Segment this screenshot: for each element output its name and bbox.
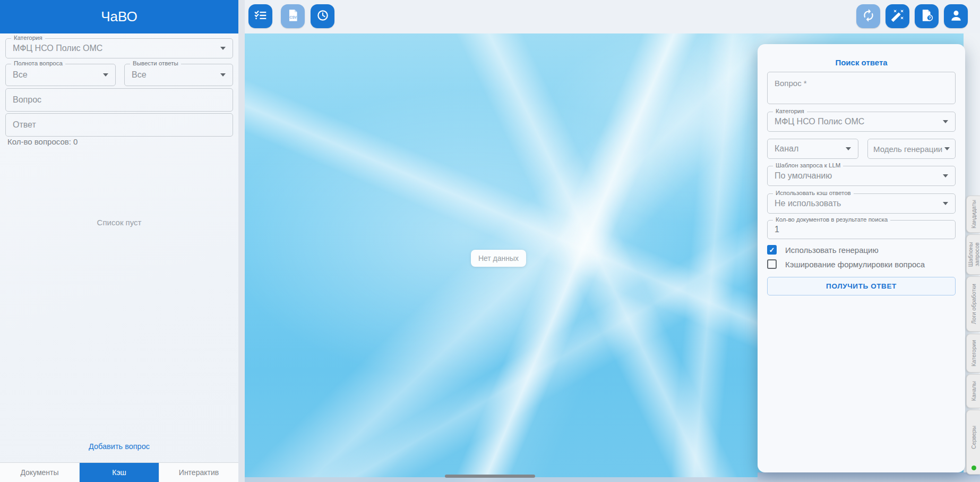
use-generation-checkbox[interactable]: ✓ Использовать генерацию [767, 245, 879, 255]
svg-text:CSV: CSV [289, 15, 297, 19]
no-data-chip: Нет данных [471, 250, 526, 267]
panel-category-select[interactable]: Категория МФЦ НСО Полис ОМС [767, 112, 956, 132]
right-tab-categories[interactable]: Категории [966, 334, 980, 373]
show-answers-select[interactable]: Вывести ответы Все [124, 64, 233, 86]
clock-icon [316, 9, 330, 24]
person-icon [949, 9, 963, 24]
app-header: ЧаВО [0, 0, 238, 33]
llm-template-select[interactable]: Шаблон запроса к LLM По умолчанию [767, 166, 956, 186]
answer-filter-input[interactable] [6, 114, 233, 136]
doc-count-field: Кол-во документов в результате поиска [767, 220, 956, 239]
panel-title: Поиск ответа [758, 58, 965, 67]
use-generation-label: Использовать генерацию [785, 246, 879, 255]
chevron-down-icon [220, 47, 226, 50]
right-tab-servers[interactable]: Серверы [966, 410, 980, 475]
right-tab-request-templates[interactable]: Шаблоны запросов [966, 234, 980, 275]
question-count: Кол-во вопросов: 0 [7, 137, 78, 146]
right-tab-channels[interactable]: Каналы [966, 374, 980, 408]
tab-interactive[interactable]: Интерактив [159, 463, 238, 482]
chevron-down-icon [943, 120, 948, 123]
history-button[interactable] [311, 4, 334, 28]
search-question-textarea[interactable] [768, 72, 955, 104]
question-filter-input[interactable] [6, 89, 233, 111]
candidates-list-button[interactable] [248, 4, 272, 28]
doc-count-input[interactable] [768, 221, 955, 239]
server-status-dot [972, 466, 976, 470]
doc-count-label: Кол-во документов в результате поиска [773, 216, 890, 223]
generation-model-select[interactable]: Модель генерации [867, 139, 956, 159]
checkbox-checked-icon: ✓ [767, 245, 777, 255]
magic-generate-button[interactable] [886, 4, 909, 28]
show-answers-value: Все [132, 70, 147, 80]
chevron-down-icon [846, 147, 851, 150]
channel-select[interactable]: Канал [767, 139, 858, 159]
answer-search-panel: Поиск ответа Категория МФЦ НСО Полис ОМС… [758, 44, 965, 472]
category-value: МФЦ НСО Полис ОМС [13, 44, 102, 53]
completeness-value: Все [13, 70, 28, 80]
checklist-icon [254, 9, 268, 24]
right-bottom-strip [758, 472, 980, 482]
top-toolbar: CSV ? [238, 0, 980, 33]
chevron-down-icon [943, 174, 948, 177]
answer-cache-value: Не использовать [775, 199, 841, 208]
svg-text:?: ? [928, 15, 931, 20]
document-question-icon: ? [920, 9, 934, 24]
sidebar-tab-bar: Документы Кэш Интерактив [0, 462, 238, 482]
sync-button[interactable] [856, 4, 880, 28]
magic-wand-icon [891, 9, 905, 24]
add-question-link[interactable]: Добавить вопрос [0, 442, 238, 451]
search-question-field [767, 72, 956, 104]
answer-cache-select[interactable]: Использовать кэш ответов Не использовать [767, 193, 956, 214]
chevron-down-icon [220, 73, 226, 77]
chevron-down-icon [944, 147, 950, 150]
checkbox-unchecked-icon [767, 259, 777, 269]
right-tab-processing-logs[interactable]: Логи обработки [966, 276, 980, 332]
help-doc-button[interactable]: ? [915, 4, 939, 28]
right-tab-candidates[interactable]: Кандидаты [966, 196, 980, 233]
get-answer-button[interactable]: ПОЛУЧИТЬ ОТВЕТ [767, 277, 956, 295]
chevron-down-icon [943, 202, 948, 205]
sidebar-divider [238, 0, 245, 482]
chevron-down-icon [103, 73, 108, 77]
sync-icon [862, 9, 875, 24]
panel-category-value: МФЦ НСО Полис ОМС [775, 117, 864, 126]
question-caching-label: Кэширование формулировки вопроса [785, 260, 925, 269]
faq-sidebar: ЧаВО Категория МФЦ НСО Полис ОМС Полнота… [0, 0, 238, 482]
export-csv-button[interactable]: CSV [281, 4, 305, 28]
csv-file-icon: CSV [286, 9, 300, 24]
llm-template-value: По умолчанию [775, 171, 832, 181]
profile-button[interactable] [944, 4, 968, 28]
question-caching-checkbox[interactable]: Кэширование формулировки вопроса [767, 259, 925, 269]
channel-value: Канал [775, 144, 798, 154]
generation-model-value: Модель генерации [873, 145, 942, 154]
horizontal-scrollbar-thumb[interactable] [445, 475, 535, 478]
category-select[interactable]: Категория МФЦ НСО Полис ОМС [5, 38, 233, 58]
tab-cache[interactable]: Кэш [79, 463, 159, 482]
empty-list-text: Список пуст [0, 218, 238, 227]
question-filter-field [5, 88, 233, 112]
completeness-select[interactable]: Полнота вопроса Все [5, 64, 116, 86]
app-title: ЧаВО [101, 9, 137, 25]
tab-documents[interactable]: Документы [0, 463, 79, 482]
answer-filter-field [5, 113, 233, 137]
